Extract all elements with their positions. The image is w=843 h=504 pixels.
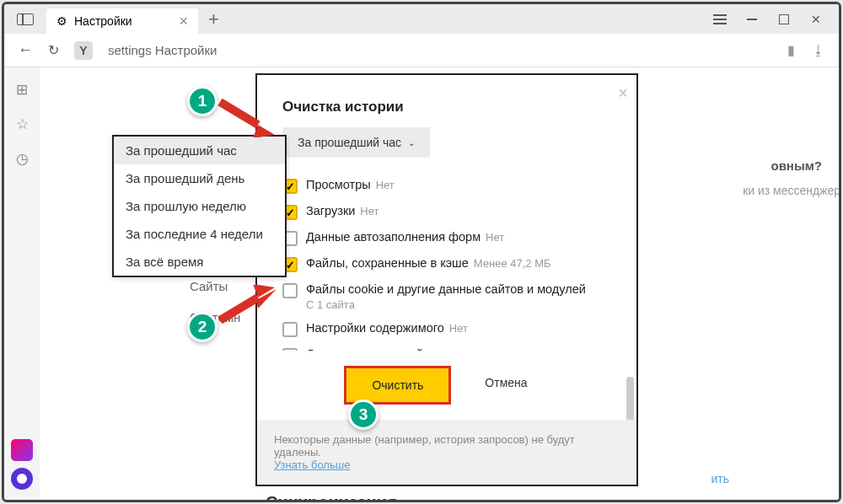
minimize-button[interactable] <box>736 8 768 31</box>
history-icon[interactable]: ◷ <box>16 150 29 168</box>
panel-toggle[interactable] <box>4 4 46 34</box>
time-range-dropdown: За прошедший час За прошедший день За пр… <box>112 135 287 277</box>
sidebar-app-1[interactable] <box>11 439 33 461</box>
callout-marker-1: 1 <box>187 86 217 116</box>
panel-icon <box>17 13 34 25</box>
option-downloads: ЗагрузкиНет <box>282 199 611 225</box>
option-content-settings: Настройки содержимогоНет <box>282 316 611 342</box>
dialog-title: Очистка истории <box>257 75 636 127</box>
browser-logo-icon: Y <box>74 41 93 60</box>
clear-button[interactable]: Очистить <box>344 366 451 405</box>
dropdown-option[interactable]: За прошедший час <box>114 137 285 164</box>
new-tab-button[interactable]: + <box>208 8 219 30</box>
time-range-label: За прошедший час <box>298 136 401 149</box>
option-autofill: Данные автозаполнения формНет <box>282 225 611 251</box>
left-sidebar: ⊞ ☆ ◷ <box>4 67 40 500</box>
option-views: ПросмотрыНет <box>282 173 611 199</box>
dialog-footer: Некоторые данные (например, история запр… <box>257 420 636 485</box>
callout-arrow-2 <box>216 285 283 331</box>
bg-link[interactable]: ить <box>711 472 729 485</box>
dialog-body: За прошедший час ⌄ ПросмотрыНет Загрузки… <box>257 127 636 351</box>
callout-marker-3: 3 <box>348 399 379 430</box>
sync-heading: Синхронизация <box>266 493 397 502</box>
checkbox[interactable] <box>282 322 298 337</box>
reload-button[interactable]: ↻ <box>48 42 59 58</box>
active-tab[interactable]: ⚙ Настройки × <box>46 8 198 34</box>
gear-icon: ⚙ <box>56 14 67 28</box>
address-text[interactable]: settings Настройки <box>108 43 217 57</box>
star-icon[interactable]: ☆ <box>16 115 29 133</box>
option-app-data: Данные приложений <box>282 342 611 351</box>
checkbox[interactable] <box>282 283 298 298</box>
callout-arrow-1 <box>216 91 283 137</box>
maximize-button[interactable] <box>768 8 800 31</box>
dropdown-option[interactable]: За всё время <box>114 248 285 276</box>
bookmark-icon[interactable]: ▮ <box>787 42 795 58</box>
bg-text: ки из мессенджеров, почтовых клие <box>743 184 841 197</box>
bg-heading: овным? <box>771 158 822 173</box>
clear-history-dialog: × Очистка истории За прошедший час ⌄ Про… <box>255 73 638 486</box>
time-range-select[interactable]: За прошедший час ⌄ <box>282 127 430 158</box>
menu-button[interactable] <box>704 8 736 31</box>
window-close-button[interactable]: ✕ <box>800 8 832 31</box>
option-cache: Файлы, сохраненные в кэшеМенее 47,2 МБ <box>282 251 611 277</box>
cancel-button[interactable]: Отмена <box>463 366 549 405</box>
back-button[interactable]: ← <box>18 41 33 59</box>
grid-icon[interactable]: ⊞ <box>16 81 28 99</box>
dialog-actions: Очистить Отмена <box>257 351 636 420</box>
callout-marker-2: 2 <box>187 312 217 342</box>
tab-title: Настройки <box>74 14 132 28</box>
address-bar: ← ↻ Y settings Настройки ▮ ⭳ <box>4 34 839 67</box>
sidebar-app-2[interactable] <box>11 468 33 490</box>
option-cookies: Файлы cookie и другие данные сайтов и мо… <box>282 277 611 316</box>
close-icon[interactable]: × <box>179 13 188 30</box>
dropdown-option[interactable]: За последние 4 недели <box>114 220 285 248</box>
dropdown-option[interactable]: За прошлую неделю <box>114 192 285 220</box>
window-controls: ✕ <box>704 4 832 34</box>
chevron-down-icon: ⌄ <box>408 138 415 147</box>
dialog-close-icon[interactable]: × <box>618 83 628 103</box>
dropdown-option[interactable]: За прошедший день <box>114 164 285 192</box>
download-icon[interactable]: ⭳ <box>812 43 825 58</box>
tab-bar: ⚙ Настройки × + ✕ <box>4 4 839 34</box>
learn-more-link[interactable]: Узнать больше <box>274 458 350 471</box>
browser-window: ⚙ Настройки × + ✕ ← ↻ Y settings Настрой… <box>2 2 841 502</box>
